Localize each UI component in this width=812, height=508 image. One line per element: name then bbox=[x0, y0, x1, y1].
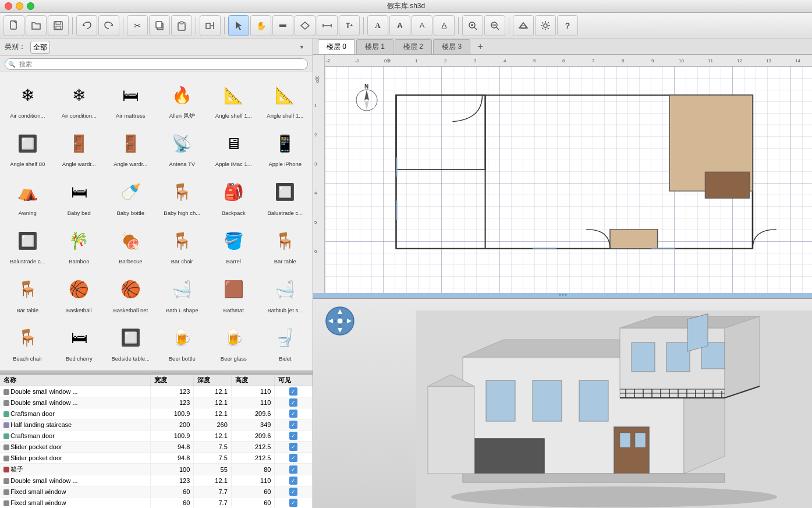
grid-item-bar-table[interactable]: 🪑Bar table bbox=[260, 220, 311, 267]
grid-item-baby-high-ch[interactable]: 🪑Baby high ch... bbox=[157, 172, 208, 219]
grid-item-backpack[interactable]: 🎒Backpack bbox=[208, 172, 259, 219]
paste-button[interactable] bbox=[171, 15, 192, 36]
grid-item-bedside-table[interactable]: 🔲Bedside table... bbox=[105, 318, 156, 365]
grid-item-bar-chair[interactable]: 🪑Bar chair bbox=[157, 220, 208, 267]
grid-item-baby-bottle[interactable]: 🍼Baby bottle bbox=[105, 172, 156, 219]
table-row[interactable]: Fixed small window607.760✓ bbox=[0, 498, 313, 509]
grid-item-bathmat[interactable]: 🟫Bathmat bbox=[208, 269, 259, 316]
minimize-button[interactable] bbox=[16, 2, 23, 10]
grid-item-birthday-cake[interactable]: 🎂Birthday cake bbox=[54, 366, 105, 371]
create-text-button[interactable]: T+ bbox=[339, 15, 360, 36]
undo-button[interactable] bbox=[76, 15, 97, 36]
grid-item-beer-glass[interactable]: 🍺Beer glass bbox=[208, 318, 259, 365]
copy-button[interactable] bbox=[149, 15, 170, 36]
grid-item-basketball[interactable]: 🏀Basketball bbox=[54, 269, 105, 316]
prop-visible-8[interactable]: ✓ bbox=[275, 475, 313, 486]
table-row[interactable]: Craftsman door100.912.1209.6✓ bbox=[0, 431, 313, 442]
add-layer-button[interactable]: + bbox=[474, 40, 487, 53]
save-button[interactable] bbox=[48, 15, 69, 36]
grid-item-barrel[interactable]: 🪣Barrel bbox=[208, 220, 259, 267]
grid-item-bamboo[interactable]: 🎋Bamboo bbox=[54, 220, 105, 267]
3d-view[interactable] bbox=[313, 298, 812, 508]
grid-item-awning[interactable]: ⛺Awning bbox=[2, 172, 53, 219]
grid-item-blender[interactable]: 🥤Blender bbox=[105, 366, 156, 371]
table-row[interactable]: Double small window ...12312.1110✓ bbox=[0, 386, 313, 397]
create-dimension-button[interactable] bbox=[317, 15, 338, 36]
prop-visible-2[interactable]: ✓ bbox=[275, 408, 313, 419]
grid-item-bidet[interactable]: 🚽Bidet bbox=[260, 318, 311, 365]
text-style-3[interactable]: A bbox=[412, 15, 432, 36]
prop-visible-9[interactable]: ✓ bbox=[275, 486, 313, 498]
cut-button[interactable]: ✂ bbox=[127, 15, 148, 36]
tab-layer-1[interactable]: 楼层 1 bbox=[356, 39, 393, 54]
table-row[interactable]: Slider pocket door94.87.5212.5✓ bbox=[0, 453, 313, 464]
prop-visible-0[interactable]: ✓ bbox=[275, 386, 313, 397]
grid-item-angle-shelf-80[interactable]: 🔲Angle shelf 80 bbox=[2, 123, 53, 170]
grid-item-apple-imac[interactable]: 🖥Apple iMac 1... bbox=[208, 123, 259, 170]
prop-visible-7[interactable]: ✓ bbox=[275, 464, 313, 475]
maximize-button[interactable] bbox=[27, 2, 34, 10]
grid-item-baby-bed[interactable]: 🛏Baby bed bbox=[54, 172, 105, 219]
prop-visible-1[interactable]: ✓ bbox=[275, 397, 313, 408]
create-room-button[interactable] bbox=[295, 15, 315, 36]
table-row[interactable]: Fixed small window607.760✓ bbox=[0, 486, 313, 498]
zoom-in-button[interactable] bbox=[462, 15, 483, 36]
new-button[interactable] bbox=[3, 15, 24, 36]
select-tool-button[interactable] bbox=[228, 15, 249, 36]
help-button[interactable]: ? bbox=[557, 15, 578, 36]
prop-visible-5[interactable]: ✓ bbox=[275, 442, 313, 453]
grid-item-balustrade-c-1[interactable]: 🔲Balustrade c... bbox=[260, 172, 311, 219]
plan-canvas[interactable]: N bbox=[325, 66, 812, 297]
settings-button[interactable] bbox=[535, 15, 556, 36]
tab-layer-3[interactable]: 楼层 3 bbox=[433, 39, 470, 54]
grid-item-angle-wardr-1[interactable]: 🚪Angle wardr... bbox=[54, 123, 105, 170]
table-row[interactable]: Craftsman door100.912.1209.6✓ bbox=[0, 408, 313, 419]
text-style-2[interactable]: A bbox=[389, 15, 410, 36]
tab-layer-2[interactable]: 楼层 2 bbox=[395, 39, 432, 54]
grid-item-angle-shelf-2[interactable]: 📐Angle shelf 1... bbox=[260, 75, 311, 122]
close-button[interactable] bbox=[5, 2, 12, 10]
grid-item-bath-l-shape[interactable]: 🛁Bath L shape bbox=[157, 269, 208, 316]
prop-visible-10[interactable]: ✓ bbox=[275, 498, 313, 509]
category-select[interactable]: 全部家具厨房浴室卧室客厅 bbox=[30, 41, 50, 54]
open-button[interactable] bbox=[26, 15, 47, 36]
grid-item-blocks[interactable]: 🧩Blocks bbox=[157, 366, 208, 371]
create-wall-button[interactable] bbox=[272, 15, 293, 36]
plan-3d-divider[interactable] bbox=[313, 293, 812, 297]
grid-item-angle-shelf-1[interactable]: 📐Angle shelf 1... bbox=[208, 75, 259, 122]
grid-item-barbecue[interactable]: 🍖Barbecue bbox=[105, 220, 156, 267]
tab-layer-0[interactable]: 楼层 0 bbox=[318, 39, 355, 54]
table-row[interactable]: Double small window ...12312.1110✓ bbox=[0, 397, 313, 408]
3d-view-button[interactable] bbox=[513, 15, 534, 36]
grid-item-biplane[interactable]: ✈Biplane bbox=[2, 366, 53, 371]
grid-item-blue-cabinet[interactable]: 🔵Blue cabinet bbox=[260, 366, 311, 371]
text-style-1[interactable]: A bbox=[367, 15, 388, 36]
grid-item-balustrade-c-2[interactable]: 🔲Balustrade c... bbox=[2, 220, 53, 267]
grid-item-air-cond-2[interactable]: ❄Air condition... bbox=[54, 75, 105, 122]
floor-plan[interactable]: -2 -1 0米 1 2 3 4 5 6 7 8 9 10 11 12 13 1 bbox=[313, 55, 812, 298]
grid-item-bed-cherry[interactable]: 🛏Bed cherry bbox=[54, 318, 105, 365]
grid-item-beer-bottle[interactable]: 🍺Beer bottle bbox=[157, 318, 208, 365]
prop-visible-3[interactable]: ✓ bbox=[275, 419, 313, 431]
grid-item-air-mattress[interactable]: 🛏Air mattress bbox=[105, 75, 156, 122]
zoom-out-button[interactable] bbox=[484, 15, 505, 36]
prop-visible-6[interactable]: ✓ bbox=[275, 453, 313, 464]
text-style-4[interactable]: A bbox=[434, 15, 455, 36]
pan-tool-button[interactable]: ✋ bbox=[250, 15, 271, 36]
redo-button[interactable] bbox=[98, 15, 119, 36]
grid-item-beach-chair[interactable]: 🪑Beach chair bbox=[2, 318, 53, 365]
search-input[interactable] bbox=[5, 58, 308, 70]
grid-item-blue-bedside[interactable]: 🔵Blue bedside ... bbox=[208, 366, 259, 371]
grid-item-air-cond-1[interactable]: ❄Air condition... bbox=[2, 75, 53, 122]
grid-item-antena-tv[interactable]: 📡Antena TV bbox=[157, 123, 208, 170]
grid-item-basketball-net[interactable]: 🏀Basketball net bbox=[105, 269, 156, 316]
table-row[interactable]: Slider pocket door94.87.5212.5✓ bbox=[0, 442, 313, 453]
window-controls[interactable] bbox=[5, 2, 34, 10]
grid-item-angle-wardr-2[interactable]: 🚪Angle wardr... bbox=[105, 123, 156, 170]
table-row[interactable]: Half landing staircase200260349✓ bbox=[0, 419, 313, 431]
add-furniture-button[interactable] bbox=[200, 15, 221, 36]
prop-visible-4[interactable]: ✓ bbox=[275, 431, 313, 442]
grid-item-bar-table-2[interactable]: 🪑Bar table bbox=[2, 269, 53, 316]
grid-item-apple-iphone[interactable]: 📱Apple iPhone bbox=[260, 123, 311, 170]
table-row[interactable]: Double small window ...12312.1110✓ bbox=[0, 475, 313, 486]
